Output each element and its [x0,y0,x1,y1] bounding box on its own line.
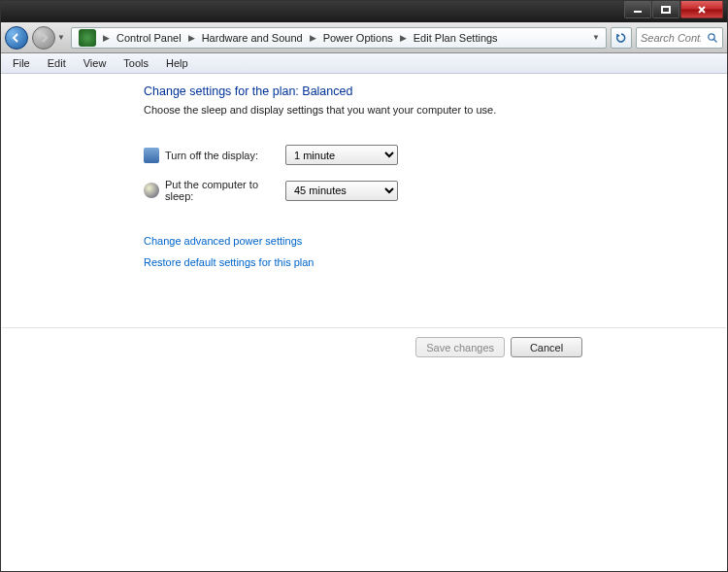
svg-rect-1 [662,7,670,13]
chevron-right-icon: ▶ [310,33,316,43]
links-block: Change advanced power settings Restore d… [144,235,726,268]
refresh-button[interactable] [611,27,632,49]
advanced-settings-link[interactable]: Change advanced power settings [144,235,726,247]
maximize-button[interactable] [652,1,679,18]
minimize-button[interactable] [624,1,651,18]
menubar: File Edit View Tools Help [1,53,727,74]
menu-help[interactable]: Help [158,55,196,71]
nav-history-drop[interactable]: ▼ [57,33,67,42]
refresh-icon [615,32,627,44]
chevron-right-icon: ▶ [188,33,195,43]
navbar: ▼ ▶ Control Panel ▶ Hardware and Sound ▶… [1,22,727,53]
control-panel-icon [79,29,96,47]
search-box[interactable] [636,27,723,49]
chevron-down-icon[interactable]: ▼ [592,33,600,42]
sleep-label: Put the computer to sleep: [165,179,285,202]
button-row: Save changes Cancel [415,337,582,357]
window: ▼ ▶ Control Panel ▶ Hardware and Sound ▶… [0,0,728,572]
svg-line-5 [714,39,717,42]
page-title: Change settings for the plan: Balanced [144,84,726,98]
forward-arrow-icon [38,32,50,44]
svg-point-4 [709,33,714,39]
menu-edit[interactable]: Edit [40,55,74,71]
monitor-icon [144,148,159,163]
close-button[interactable] [680,1,723,18]
setting-display-off: Turn off the display: 1 minute [144,145,726,165]
sleep-select[interactable]: 45 minutes [285,181,398,201]
content: Change settings for the plan: Balanced C… [2,75,726,268]
menu-view[interactable]: View [76,55,115,71]
save-changes-button: Save changes [415,337,505,357]
back-button[interactable] [5,26,28,50]
window-controls [624,1,723,18]
maximize-icon [661,6,671,14]
breadcrumb-item-hardware-sound[interactable]: Hardware and Sound [199,30,306,46]
search-input[interactable] [641,32,701,44]
content-area: Change settings for the plan: Balanced C… [2,75,726,570]
breadcrumb-item-edit-plan[interactable]: Edit Plan Settings [411,30,501,46]
minimize-icon [633,6,643,14]
page-description: Choose the sleep and display settings th… [144,104,726,116]
breadcrumb[interactable]: ▶ Control Panel ▶ Hardware and Sound ▶ P… [71,27,607,49]
close-icon [697,6,707,14]
display-off-label: Turn off the display: [165,150,285,161]
restore-defaults-link[interactable]: Restore default settings for this plan [144,256,726,268]
divider [2,327,726,328]
chevron-right-icon: ▶ [103,33,110,43]
chevron-right-icon: ▶ [400,33,407,43]
menu-file[interactable]: File [5,55,38,71]
moon-icon [144,183,159,198]
menu-tools[interactable]: Tools [116,55,156,71]
display-off-select[interactable]: 1 minute [285,145,398,165]
setting-sleep: Put the computer to sleep: 45 minutes [144,179,726,202]
back-arrow-icon [11,32,22,44]
cancel-button[interactable]: Cancel [511,337,582,357]
forward-button [32,26,55,50]
search-icon [707,32,718,44]
titlebar [1,1,727,22]
breadcrumb-item-power-options[interactable]: Power Options [320,30,396,46]
breadcrumb-item-control-panel[interactable]: Control Panel [114,30,184,46]
